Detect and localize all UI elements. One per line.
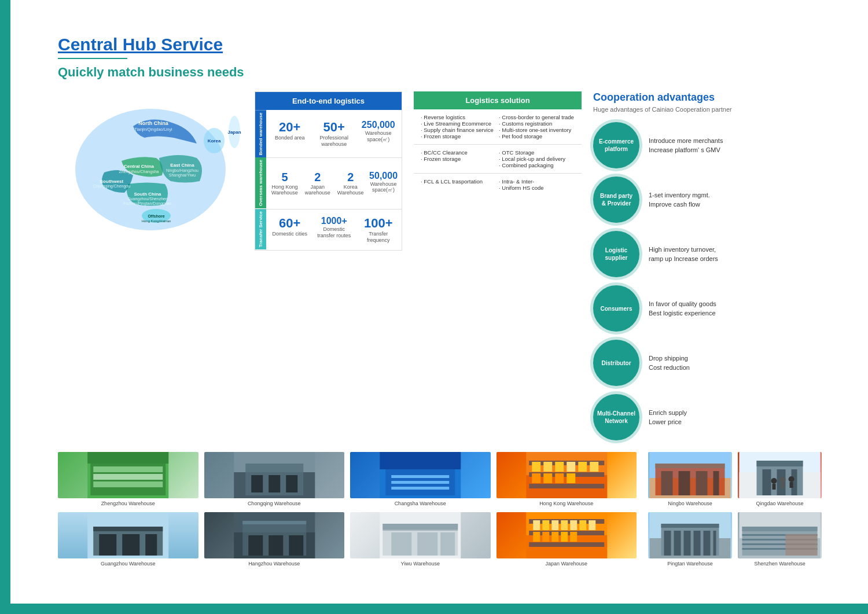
svg-rect-48 [590, 462, 598, 472]
sol-item: · Customs registration [499, 120, 575, 127]
svg-rect-50 [543, 473, 552, 483]
svg-rect-43 [532, 462, 540, 472]
sol-item: · FCL & LCL trasportation [421, 178, 496, 185]
coop-item-brand: Brand party& Provider 1-set inventory mg… [593, 177, 822, 223]
svg-rect-93 [656, 464, 725, 468]
svg-rect-86 [542, 532, 549, 542]
svg-rect-24 [93, 481, 163, 487]
warehouse-img-qingdao [738, 452, 822, 498]
coop-item-multichannel: Multi-ChannelNetwork Enrich supplyLower … [593, 394, 822, 440]
svg-rect-87 [551, 532, 558, 542]
sol-item: · Intra- & Inter- [499, 178, 575, 185]
svg-text:Southwest: Southwest [100, 179, 124, 184]
coop-text-distributor: Drop shippingCost reduction [649, 354, 690, 373]
svg-text:Ningbo/Hangzhou: Ningbo/Hangzhou [166, 168, 198, 173]
bottom-section: Zhengzhou Warehouse Chongqing War [58, 452, 822, 567]
coop-item-consumers: Consumers In favor of quality goodsBest … [593, 285, 822, 332]
coop-subtitle: Huge advantages of Cainiao Cooperation p… [593, 106, 822, 113]
logistics-header: End-to-end logistics [255, 92, 402, 111]
warehouse-img-yiwu [350, 512, 491, 558]
overseas-stat2: 2 Japan warehouse [303, 171, 332, 197]
svg-rect-51 [555, 473, 564, 483]
svg-text:Korea: Korea [208, 138, 221, 144]
warehouse-img-hongkong [496, 452, 637, 498]
sol-item: · Uniform HS code [499, 185, 575, 191]
svg-rect-115 [664, 531, 671, 556]
warehouse-yiwu: Yiwu Warehouse [350, 512, 491, 567]
svg-rect-47 [578, 462, 587, 472]
sol-item: · Frozen storage [421, 156, 496, 162]
page-title: Central Hub Service [58, 35, 822, 54]
svg-rect-25 [87, 452, 168, 464]
svg-point-105 [771, 478, 777, 484]
left-warehouses: Zhengzhou Warehouse Chongqing War [58, 452, 637, 567]
svg-rect-85 [533, 532, 540, 542]
warehouse-label-guangzhou: Guangzhou Warehouse [58, 561, 198, 567]
svg-rect-77 [529, 542, 604, 547]
warehouse-zhengzhou: Zhengzhou Warehouse [58, 452, 198, 506]
svg-text:Japan: Japan [227, 130, 241, 135]
solution-row3-right: · Intra- & Inter- · Uniform HS code [499, 178, 575, 191]
warehouse-chongqing: Chongqing Warehouse [204, 452, 345, 506]
coop-text-multichannel: Enrich supplyLower price [649, 408, 687, 427]
svg-text:Guangzhou/Shenzhen: Guangzhou/Shenzhen [127, 197, 168, 201]
svg-rect-81 [561, 520, 568, 530]
title-divider [58, 58, 127, 59]
svg-text:Chongqing/Chengdu: Chongqing/Chengdu [93, 184, 130, 189]
svg-rect-62 [248, 535, 263, 556]
svg-rect-79 [542, 520, 549, 530]
svg-rect-106 [773, 484, 776, 490]
right-warehouse-row-bottom: Pingtan Warehouse [648, 512, 822, 567]
svg-rect-46 [567, 462, 575, 472]
sol-item: · OTC Storage [499, 149, 575, 156]
svg-rect-102 [763, 469, 771, 495]
svg-rect-117 [684, 531, 691, 556]
china-map-svg: North China Tianjin/Qingdao/Linyi Centra… [58, 91, 243, 248]
warehouse-row-top: Zhengzhou Warehouse Chongqing War [58, 452, 637, 506]
svg-rect-55 [93, 527, 163, 531]
svg-rect-78 [533, 520, 540, 530]
warehouse-japan: Japan Warehouse [496, 512, 637, 567]
svg-rect-119 [704, 531, 711, 556]
solution-row1-left: · Reverse logistics · Live Streaming Eco… [421, 114, 496, 139]
svg-rect-22 [93, 466, 163, 472]
svg-rect-42 [529, 484, 604, 488]
page-container: Central Hub Service Quickly match busine… [0, 0, 868, 614]
coop-circle-consumers: Consumers [593, 285, 639, 332]
transfer-stat3: 100+ Transfer frequency [359, 216, 399, 244]
cooperation-section: Cooperation advantages Huge advantages o… [593, 91, 822, 440]
svg-rect-45 [555, 462, 564, 472]
warehouse-label-pingtan: Pingtan Warehouse [648, 561, 732, 567]
logistics-solution: Logistics solution · Reverse logistics ·… [414, 91, 582, 440]
sol-item: · Frozen storage [421, 133, 496, 139]
page-subtitle: Quickly match business needs [58, 65, 822, 80]
solution-row1: · Reverse logistics · Live Streaming Eco… [414, 109, 582, 145]
warehouse-img-ningbo [648, 452, 732, 498]
coop-text-brand: 1-set inventory mgmt.Improve cash flow [649, 190, 710, 209]
sol-item: · Supply chain finance service [421, 127, 496, 133]
svg-rect-64 [289, 535, 303, 556]
svg-text:East China: East China [170, 163, 194, 168]
svg-text:Zhengzhou/Changsha: Zhengzhou/Changsha [119, 170, 159, 174]
sol-item: · Live Streaming Ecommerce [421, 120, 496, 127]
svg-rect-108 [781, 483, 785, 488]
warehouse-label-shenzhen: Shenzhen Warehouse [738, 561, 822, 567]
warehouse-img-japan [496, 512, 637, 558]
svg-rect-29 [251, 475, 263, 492]
warehouse-row-bottom: Guangzhou Warehouse [58, 512, 637, 567]
warehouse-img-pingtan [648, 512, 732, 558]
coop-circle-ecommerce: E-commerceplatform [593, 122, 639, 168]
overseas-stat3: 2 Korea Warehouse [336, 171, 365, 197]
svg-rect-34 [380, 452, 461, 469]
solution-row3-left: · FCL & LCL trasportation [421, 178, 496, 191]
overseas-content: 5 Hong Kong Warehouse 2 Japan warehouse … [267, 157, 402, 209]
coop-text-ecommerce: Introduce more merchantsIncrease platfor… [649, 136, 723, 155]
svg-rect-23 [93, 474, 163, 480]
svg-text:Offshore: Offshore [148, 214, 164, 218]
svg-rect-116 [674, 531, 681, 556]
sol-item: · Pet food storage [499, 133, 575, 139]
solution-row3: · FCL & LCL trasportation · Intra- & Int… [414, 174, 582, 196]
warehouse-label-changsha: Changsha Warehouse [350, 501, 491, 506]
sol-item: · BC/CC Clearance [421, 149, 496, 156]
svg-rect-82 [570, 520, 577, 530]
